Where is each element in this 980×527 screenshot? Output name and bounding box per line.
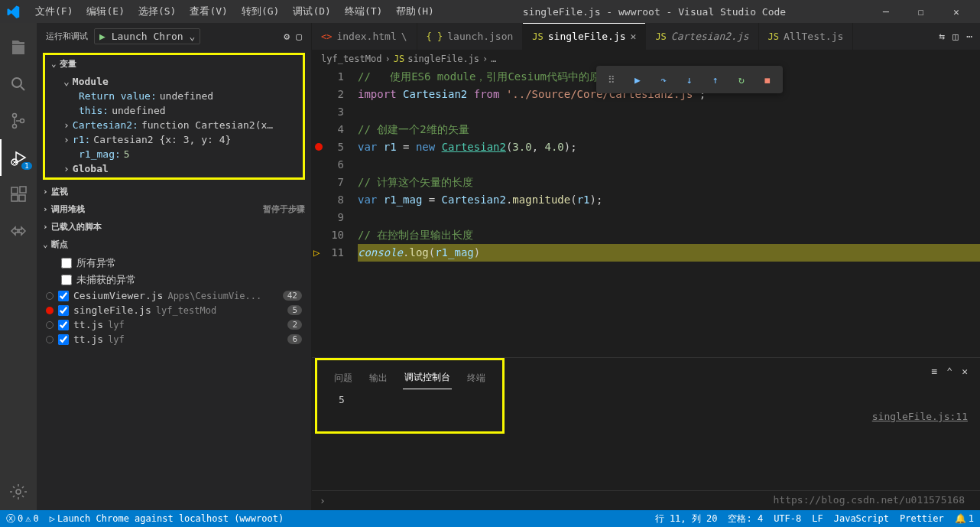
split-editor-icon[interactable]: ◫	[952, 31, 959, 42]
compare-icon[interactable]: ⇆	[939, 31, 946, 42]
bp-uncaught-exceptions[interactable]: 未捕获的异常	[37, 272, 311, 288]
status-errors[interactable]: ⓧ 0 ⚠ 0	[6, 512, 39, 525]
step-over-button[interactable]: ↷	[651, 69, 676, 90]
var-cartesian2[interactable]: › Cartesian2: function Cartesian2(x…	[60, 118, 303, 132]
js-file-icon: JS	[768, 31, 779, 42]
execution-pointer-icon: ▷	[313, 244, 320, 262]
chevron-right-icon: ›	[63, 163, 70, 174]
drag-handle-icon[interactable]: ⠿	[599, 69, 624, 90]
var-r1[interactable]: › r1: Cartesian2 {x: 3, y: 4}	[60, 132, 303, 147]
maximize-button[interactable]: ☐	[904, 0, 939, 23]
more-icon[interactable]: ⋯	[966, 31, 972, 42]
console-source-link[interactable]: singleFile.js:11	[872, 411, 968, 422]
bp-checkbox[interactable]	[58, 305, 69, 316]
menu-select[interactable]: 选择(S)	[132, 2, 182, 21]
svg-point-0	[12, 78, 21, 87]
status-launch[interactable]: ▷ Launch Chrome against localhost (wwwro…	[50, 513, 284, 524]
stop-button[interactable]: ◼	[755, 69, 780, 90]
tab-alltest-js[interactable]: JSAllTest.js	[759, 23, 854, 50]
code-editor[interactable]: 1234 5 678910 ▷11 // 使用ES6 module，引用Cesi…	[312, 68, 980, 357]
breakpoints-section[interactable]: ⌄断点	[37, 236, 311, 253]
loaded-scripts-section[interactable]: ›已载入的脚本	[37, 218, 311, 236]
bp-checkbox[interactable]	[61, 258, 72, 268]
js-file-icon: JS	[655, 31, 666, 42]
settings-gear-icon[interactable]	[0, 473, 37, 510]
remote-icon[interactable]	[0, 213, 37, 249]
module-label: Module	[73, 76, 109, 87]
svg-point-2	[13, 125, 17, 128]
menu-edit[interactable]: 编辑(E)	[80, 2, 130, 21]
watch-section[interactable]: ›监视	[37, 183, 311, 200]
status-bell[interactable]: 🔔 1	[955, 512, 974, 525]
minimize-button[interactable]: ─	[868, 0, 904, 23]
chevron-down-icon: ⌄	[51, 59, 57, 69]
debug-sidebar: 运行和调试 ▶ Launch Chron ⌄ ⚙ ▢ ⌄ 变量 ⌄ Module…	[37, 23, 312, 510]
menu-view[interactable]: 查看(V)	[183, 2, 233, 21]
panel-tab-debug-console[interactable]: 调试控制台	[403, 366, 452, 389]
breakpoint-icon[interactable]	[315, 143, 323, 151]
status-lang[interactable]: JavaScript	[834, 512, 889, 525]
launch-config-select[interactable]: ▶ Launch Chron ⌄	[94, 28, 200, 44]
menu-goto[interactable]: 转到(G)	[235, 2, 285, 21]
debug-icon[interactable]: 1	[0, 139, 37, 176]
vscode-logo-icon	[6, 5, 20, 18]
bp-all-exceptions[interactable]: 所有异常	[37, 255, 311, 272]
status-spaces[interactable]: 空格: 4	[728, 512, 763, 525]
status-prettier[interactable]: Prettier	[900, 512, 944, 525]
bp-checkbox[interactable]	[58, 334, 69, 345]
line-gutter: 1234 5 678910 ▷11	[312, 68, 358, 357]
svg-point-1	[13, 114, 17, 118]
debug-console-toggle-icon[interactable]: ▢	[296, 31, 302, 42]
panel-tab-terminal[interactable]: 终端	[466, 367, 487, 389]
menu-debug[interactable]: 调试(D)	[287, 2, 336, 21]
panel-tab-problems[interactable]: 问题	[333, 367, 354, 389]
panel-tab-output[interactable]: 输出	[368, 367, 389, 389]
bp-item[interactable]: singleFile.jslyf_testMod5	[37, 303, 311, 317]
extensions-icon[interactable]	[0, 176, 37, 213]
close-button[interactable]: ✕	[939, 0, 974, 23]
status-bar: ⓧ 0 ⚠ 0 ▷ Launch Chrome against localhos…	[0, 510, 980, 527]
code-content[interactable]: // 使用ES6 module，引用Cesium代码中的原代码文件 import…	[358, 68, 980, 357]
var-r1mag[interactable]: r1_mag: 5	[60, 147, 303, 161]
callstack-section[interactable]: ›调用堆栈暂停于步骤	[37, 200, 311, 218]
tab-singlefile-js[interactable]: JSsingleFile.js ✕	[523, 23, 646, 50]
menu-help[interactable]: 帮助(H)	[390, 2, 440, 21]
debug-toolbar[interactable]: ⠿ ▶ ↷ ↓ ↑ ↻ ◼	[596, 66, 783, 93]
restart-button[interactable]: ↻	[729, 69, 754, 90]
bp-item[interactable]: CesiumViewer.jsApps\CesiumVie...42	[37, 288, 311, 303]
bp-checkbox[interactable]	[61, 275, 72, 285]
search-icon[interactable]	[0, 66, 37, 102]
step-out-button[interactable]: ↑	[703, 69, 728, 90]
explorer-icon[interactable]	[0, 29, 37, 66]
bp-item[interactable]: tt.jslyf6	[37, 332, 311, 346]
tab-launch-json[interactable]: { }launch.json	[417, 23, 524, 50]
menu-terminal[interactable]: 终端(T)	[339, 2, 388, 21]
close-icon[interactable]: ✕	[631, 31, 637, 42]
step-into-button[interactable]: ↓	[677, 69, 702, 90]
js-file-icon: JS	[394, 54, 404, 64]
tab-actions: ⇆ ◫ ⋯	[932, 23, 980, 50]
status-eol[interactable]: LF	[812, 512, 823, 525]
var-this[interactable]: this: undefined	[60, 103, 303, 118]
source-control-icon[interactable]	[0, 102, 37, 139]
watermark: https://blog.csdn.net/u011575168	[774, 494, 965, 506]
bp-checkbox[interactable]	[58, 291, 69, 301]
chevron-down-icon: ⌄	[63, 76, 70, 87]
continue-button[interactable]: ▶	[625, 69, 650, 90]
bp-item[interactable]: tt.jslyf2	[37, 317, 311, 332]
tab-index-html[interactable]: <>index.html \	[312, 23, 417, 50]
gear-icon[interactable]: ⚙	[284, 31, 290, 42]
tab-cartesian2-js[interactable]: JSCartesian2.js	[646, 23, 758, 50]
status-encoding[interactable]: UTF-8	[774, 512, 801, 525]
variables-section[interactable]: ⌄ 变量	[45, 55, 303, 73]
variables-highlight-box: ⌄ 变量 ⌄ Module Return value: undefined th…	[43, 53, 305, 180]
status-cursor[interactable]: 行 11, 列 20	[655, 512, 718, 525]
chevron-down-icon: ⌄	[189, 31, 195, 42]
var-return[interactable]: Return value: undefined	[60, 89, 303, 103]
menu-file[interactable]: 文件(F)	[29, 2, 79, 21]
global-scope[interactable]: › Global	[60, 161, 303, 176]
module-scope[interactable]: ⌄ Module	[60, 74, 303, 89]
window-controls: ─ ☐ ✕	[868, 0, 974, 23]
play-icon: ▶	[99, 31, 105, 42]
bp-checkbox[interactable]	[58, 320, 69, 330]
